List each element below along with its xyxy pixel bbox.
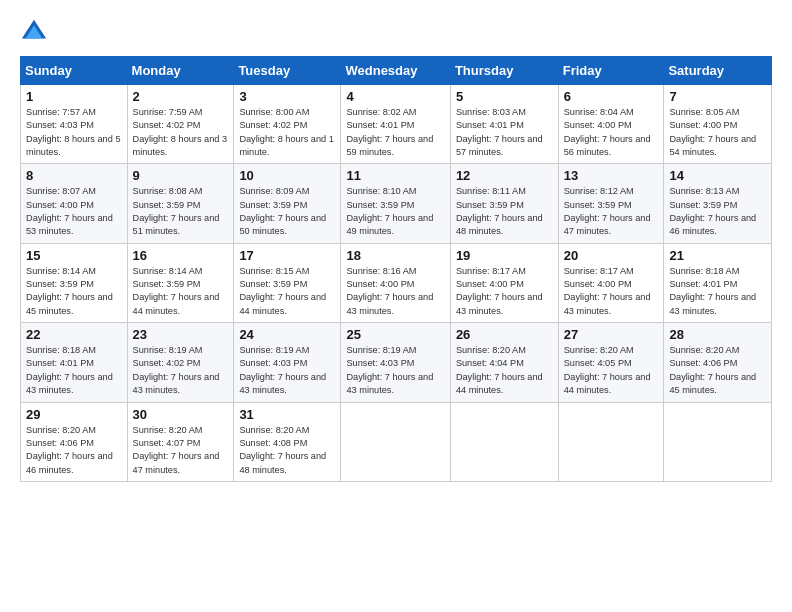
- day-detail: Sunrise: 8:14 AMSunset: 3:59 PMDaylight:…: [133, 266, 220, 316]
- day-header-tuesday: Tuesday: [234, 57, 341, 85]
- day-detail: Sunrise: 8:18 AMSunset: 4:01 PMDaylight:…: [669, 266, 756, 316]
- calendar-cell: 9 Sunrise: 8:08 AMSunset: 3:59 PMDayligh…: [127, 164, 234, 243]
- logo: [20, 18, 52, 46]
- calendar-cell: 28 Sunrise: 8:20 AMSunset: 4:06 PMDaylig…: [664, 323, 772, 402]
- day-header-thursday: Thursday: [450, 57, 558, 85]
- calendar-cell: 13 Sunrise: 8:12 AMSunset: 3:59 PMDaylig…: [558, 164, 664, 243]
- day-number: 9: [133, 168, 229, 183]
- calendar-cell: 6 Sunrise: 8:04 AMSunset: 4:00 PMDayligh…: [558, 85, 664, 164]
- day-number: 30: [133, 407, 229, 422]
- calendar-week-0: 1 Sunrise: 7:57 AMSunset: 4:03 PMDayligh…: [21, 85, 772, 164]
- day-header-friday: Friday: [558, 57, 664, 85]
- calendar-cell: 2 Sunrise: 7:59 AMSunset: 4:02 PMDayligh…: [127, 85, 234, 164]
- calendar-cell: 16 Sunrise: 8:14 AMSunset: 3:59 PMDaylig…: [127, 243, 234, 322]
- calendar-cell: 30 Sunrise: 8:20 AMSunset: 4:07 PMDaylig…: [127, 402, 234, 481]
- calendar-cell: 7 Sunrise: 8:05 AMSunset: 4:00 PMDayligh…: [664, 85, 772, 164]
- day-number: 5: [456, 89, 553, 104]
- day-detail: Sunrise: 8:14 AMSunset: 3:59 PMDaylight:…: [26, 266, 113, 316]
- calendar-week-3: 22 Sunrise: 8:18 AMSunset: 4:01 PMDaylig…: [21, 323, 772, 402]
- day-number: 25: [346, 327, 444, 342]
- day-detail: Sunrise: 8:20 AMSunset: 4:04 PMDaylight:…: [456, 345, 543, 395]
- day-number: 29: [26, 407, 122, 422]
- day-number: 6: [564, 89, 659, 104]
- day-number: 12: [456, 168, 553, 183]
- day-number: 1: [26, 89, 122, 104]
- calendar-cell: [450, 402, 558, 481]
- day-number: 7: [669, 89, 766, 104]
- day-detail: Sunrise: 8:20 AMSunset: 4:07 PMDaylight:…: [133, 425, 220, 475]
- day-number: 16: [133, 248, 229, 263]
- logo-icon: [20, 18, 48, 46]
- calendar-cell: 4 Sunrise: 8:02 AMSunset: 4:01 PMDayligh…: [341, 85, 450, 164]
- day-detail: Sunrise: 8:20 AMSunset: 4:06 PMDaylight:…: [26, 425, 113, 475]
- calendar-cell: 26 Sunrise: 8:20 AMSunset: 4:04 PMDaylig…: [450, 323, 558, 402]
- day-detail: Sunrise: 8:17 AMSunset: 4:00 PMDaylight:…: [564, 266, 651, 316]
- day-number: 8: [26, 168, 122, 183]
- calendar-cell: 29 Sunrise: 8:20 AMSunset: 4:06 PMDaylig…: [21, 402, 128, 481]
- day-number: 28: [669, 327, 766, 342]
- day-detail: Sunrise: 8:19 AMSunset: 4:03 PMDaylight:…: [239, 345, 326, 395]
- day-detail: Sunrise: 8:12 AMSunset: 3:59 PMDaylight:…: [564, 186, 651, 236]
- day-number: 11: [346, 168, 444, 183]
- page-container: SundayMondayTuesdayWednesdayThursdayFrid…: [0, 0, 792, 492]
- calendar-week-4: 29 Sunrise: 8:20 AMSunset: 4:06 PMDaylig…: [21, 402, 772, 481]
- day-detail: Sunrise: 8:17 AMSunset: 4:00 PMDaylight:…: [456, 266, 543, 316]
- calendar-cell: 14 Sunrise: 8:13 AMSunset: 3:59 PMDaylig…: [664, 164, 772, 243]
- day-detail: Sunrise: 8:09 AMSunset: 3:59 PMDaylight:…: [239, 186, 326, 236]
- day-header-saturday: Saturday: [664, 57, 772, 85]
- calendar-week-1: 8 Sunrise: 8:07 AMSunset: 4:00 PMDayligh…: [21, 164, 772, 243]
- day-detail: Sunrise: 8:10 AMSunset: 3:59 PMDaylight:…: [346, 186, 433, 236]
- day-detail: Sunrise: 8:04 AMSunset: 4:00 PMDaylight:…: [564, 107, 651, 157]
- day-detail: Sunrise: 8:19 AMSunset: 4:03 PMDaylight:…: [346, 345, 433, 395]
- day-number: 13: [564, 168, 659, 183]
- day-detail: Sunrise: 8:02 AMSunset: 4:01 PMDaylight:…: [346, 107, 433, 157]
- calendar-cell: 27 Sunrise: 8:20 AMSunset: 4:05 PMDaylig…: [558, 323, 664, 402]
- day-detail: Sunrise: 8:07 AMSunset: 4:00 PMDaylight:…: [26, 186, 113, 236]
- day-number: 3: [239, 89, 335, 104]
- day-number: 2: [133, 89, 229, 104]
- calendar-cell: 24 Sunrise: 8:19 AMSunset: 4:03 PMDaylig…: [234, 323, 341, 402]
- calendar-cell: 17 Sunrise: 8:15 AMSunset: 3:59 PMDaylig…: [234, 243, 341, 322]
- calendar-cell: 1 Sunrise: 7:57 AMSunset: 4:03 PMDayligh…: [21, 85, 128, 164]
- day-detail: Sunrise: 7:59 AMSunset: 4:02 PMDaylight:…: [133, 107, 228, 157]
- day-detail: Sunrise: 8:20 AMSunset: 4:08 PMDaylight:…: [239, 425, 326, 475]
- day-number: 23: [133, 327, 229, 342]
- day-number: 26: [456, 327, 553, 342]
- day-detail: Sunrise: 8:00 AMSunset: 4:02 PMDaylight:…: [239, 107, 334, 157]
- calendar-cell: [664, 402, 772, 481]
- calendar-cell: [341, 402, 450, 481]
- day-detail: Sunrise: 8:16 AMSunset: 4:00 PMDaylight:…: [346, 266, 433, 316]
- calendar-cell: [558, 402, 664, 481]
- day-number: 22: [26, 327, 122, 342]
- calendar-cell: 11 Sunrise: 8:10 AMSunset: 3:59 PMDaylig…: [341, 164, 450, 243]
- day-header-sunday: Sunday: [21, 57, 128, 85]
- day-detail: Sunrise: 8:03 AMSunset: 4:01 PMDaylight:…: [456, 107, 543, 157]
- day-number: 21: [669, 248, 766, 263]
- day-number: 15: [26, 248, 122, 263]
- calendar-week-2: 15 Sunrise: 8:14 AMSunset: 3:59 PMDaylig…: [21, 243, 772, 322]
- calendar-cell: 18 Sunrise: 8:16 AMSunset: 4:00 PMDaylig…: [341, 243, 450, 322]
- day-number: 19: [456, 248, 553, 263]
- day-number: 27: [564, 327, 659, 342]
- calendar-cell: 12 Sunrise: 8:11 AMSunset: 3:59 PMDaylig…: [450, 164, 558, 243]
- calendar-cell: 31 Sunrise: 8:20 AMSunset: 4:08 PMDaylig…: [234, 402, 341, 481]
- day-detail: Sunrise: 7:57 AMSunset: 4:03 PMDaylight:…: [26, 107, 121, 157]
- calendar-cell: 19 Sunrise: 8:17 AMSunset: 4:00 PMDaylig…: [450, 243, 558, 322]
- calendar-cell: 10 Sunrise: 8:09 AMSunset: 3:59 PMDaylig…: [234, 164, 341, 243]
- day-detail: Sunrise: 8:19 AMSunset: 4:02 PMDaylight:…: [133, 345, 220, 395]
- day-number: 17: [239, 248, 335, 263]
- day-number: 18: [346, 248, 444, 263]
- day-number: 20: [564, 248, 659, 263]
- day-detail: Sunrise: 8:18 AMSunset: 4:01 PMDaylight:…: [26, 345, 113, 395]
- day-detail: Sunrise: 8:20 AMSunset: 4:06 PMDaylight:…: [669, 345, 756, 395]
- calendar-cell: 5 Sunrise: 8:03 AMSunset: 4:01 PMDayligh…: [450, 85, 558, 164]
- calendar-cell: 3 Sunrise: 8:00 AMSunset: 4:02 PMDayligh…: [234, 85, 341, 164]
- calendar-cell: 15 Sunrise: 8:14 AMSunset: 3:59 PMDaylig…: [21, 243, 128, 322]
- calendar-cell: 21 Sunrise: 8:18 AMSunset: 4:01 PMDaylig…: [664, 243, 772, 322]
- day-detail: Sunrise: 8:05 AMSunset: 4:00 PMDaylight:…: [669, 107, 756, 157]
- calendar-cell: 23 Sunrise: 8:19 AMSunset: 4:02 PMDaylig…: [127, 323, 234, 402]
- day-detail: Sunrise: 8:20 AMSunset: 4:05 PMDaylight:…: [564, 345, 651, 395]
- header-row: [20, 18, 772, 46]
- day-header-monday: Monday: [127, 57, 234, 85]
- day-number: 14: [669, 168, 766, 183]
